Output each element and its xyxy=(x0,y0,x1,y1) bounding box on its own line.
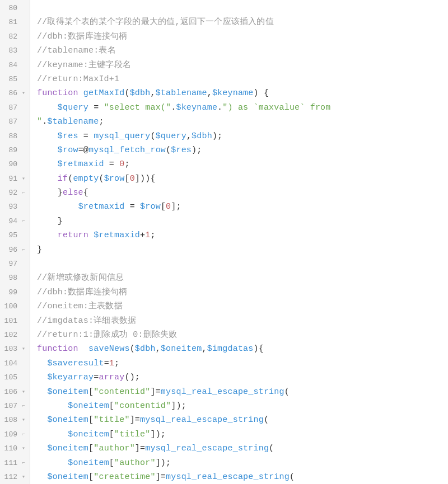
code-line[interactable]: if(empty($row[0])){ xyxy=(37,172,448,186)
token-plain xyxy=(37,359,47,368)
token-bkt: [ xyxy=(124,174,129,184)
gutter-line: 86▾ xyxy=(0,86,30,100)
code-line[interactable]: //oneitem:主表数据 xyxy=(37,299,448,313)
fold-open-icon[interactable]: ▾ xyxy=(20,342,27,356)
token-plain xyxy=(78,88,83,98)
token-cmt: //dbh:数据库连接句柄 xyxy=(37,32,128,41)
token-var: $keyname xyxy=(176,103,217,112)
line-number: 83 xyxy=(2,44,17,58)
fold-close-icon[interactable]: ⌐ xyxy=(20,186,27,200)
code-line[interactable]: $oneitem["contentid"]); xyxy=(37,399,448,413)
token-str: " xyxy=(37,117,42,126)
line-number: 84 xyxy=(2,58,17,72)
line-number: 96 xyxy=(2,243,17,257)
fold-close-icon[interactable]: ⌐ xyxy=(20,399,27,413)
code-line[interactable]: $keyarray=array(); xyxy=(37,370,448,384)
fold-open-icon[interactable]: ▾ xyxy=(20,413,27,427)
fold-close-icon[interactable]: ⌐ xyxy=(20,214,27,228)
token-cmt: //imgdatas:详细表数据 xyxy=(37,316,136,326)
code-line[interactable]: $oneitem["contentid"]=mysql_real_escape_… xyxy=(37,385,448,399)
code-line[interactable]: //return:MaxId+1 xyxy=(37,72,448,86)
fold-open-icon[interactable]: ▾ xyxy=(20,86,27,100)
code-line[interactable]: $oneitem["title"]); xyxy=(37,427,448,441)
token-var: $query xyxy=(58,103,88,112)
code-line[interactable]: //新增或修改新闻信息 xyxy=(37,271,448,285)
token-punc: ( xyxy=(290,472,295,482)
fold-close-icon[interactable]: ⌐ xyxy=(20,243,27,257)
line-number: 107 xyxy=(2,399,17,413)
code-line[interactable]: //keyname:主键字段名 xyxy=(37,58,448,72)
fold-open-icon[interactable]: ▾ xyxy=(20,441,27,455)
token-fn: mysql_fetch_row xyxy=(88,145,166,155)
token-fn: mysql_query xyxy=(94,131,150,141)
code-line[interactable]: $res = mysql_query($query,$dbh); xyxy=(37,129,448,143)
token-fn: getMaxId xyxy=(83,88,125,98)
token-var: $query xyxy=(156,131,186,141)
code-line[interactable]: } xyxy=(37,243,448,257)
token-num: 1 xyxy=(109,359,114,368)
token-punc: , xyxy=(186,131,192,141)
token-punc: { xyxy=(83,188,88,198)
code-line[interactable]: //dbh:数据库连接句柄 xyxy=(37,285,448,299)
token-punc: } xyxy=(37,188,63,198)
token-cmt: //tablename:表名 xyxy=(37,46,116,55)
code-line[interactable]: } xyxy=(37,214,448,228)
code-line[interactable]: function getMaxId($dbh,$tablename,$keyna… xyxy=(37,86,448,100)
token-punc: ) { xyxy=(254,88,269,98)
code-line[interactable]: //dbh:数据库连接句柄 xyxy=(37,30,448,44)
token-str: "createtime" xyxy=(94,472,155,482)
code-line[interactable]: $retmaxid = 0; xyxy=(37,157,448,171)
code-line[interactable]: $row=@mysql_fetch_row($res); xyxy=(37,143,448,157)
token-punc: (); xyxy=(124,373,140,382)
code-line[interactable]: //取得某个表的某个字段的最大的值,返回下一个应该插入的值 xyxy=(37,15,448,29)
token-cmt: //return:1:删除成功 0:删除失败 xyxy=(37,330,177,340)
code-line[interactable]: $retmaxid = $row[0]; xyxy=(37,200,448,214)
fold-close-icon[interactable]: ⌐ xyxy=(20,456,27,470)
token-op: =@ xyxy=(78,145,88,155)
fold-open-icon[interactable]: ▾ xyxy=(20,470,27,484)
token-plain xyxy=(37,387,47,397)
token-var: $keyname xyxy=(212,88,254,98)
token-punc: ( xyxy=(150,131,155,141)
code-line[interactable]: //return:1:删除成功 0:删除失败 xyxy=(37,328,448,342)
fold-open-icon[interactable]: ▾ xyxy=(20,172,27,186)
code-line[interactable]: $saveresult=1; xyxy=(37,356,448,370)
token-cmt: //取得某个表的某个字段的最大的值,返回下一个应该插入的值 xyxy=(37,17,274,27)
line-number: 87 xyxy=(2,115,17,129)
line-number: 104 xyxy=(2,356,17,370)
fold-close-icon[interactable]: ⌐ xyxy=(20,427,27,441)
fold-open-icon[interactable]: ▾ xyxy=(20,385,27,399)
token-punc: ]); xyxy=(156,458,171,468)
gutter-line: 100 xyxy=(0,299,30,313)
code-line[interactable]: }else{ xyxy=(37,186,448,200)
token-punc: } xyxy=(37,245,42,255)
code-line[interactable]: $oneitem["author"]); xyxy=(37,456,448,470)
code-line[interactable]: function saveNews($dbh,$oneitem,$imgdata… xyxy=(37,342,448,356)
token-var: $tablename xyxy=(47,117,99,126)
code-line[interactable]: return $retmaxid+1; xyxy=(37,228,448,242)
code-line[interactable]: ".$tablename; xyxy=(37,115,448,129)
code-editor-content[interactable]: //取得某个表的某个字段的最大的值,返回下一个应该插入的值//dbh:数据库连接… xyxy=(30,0,448,484)
line-number: 87 xyxy=(2,101,17,115)
token-plain xyxy=(37,103,58,112)
code-line[interactable]: //tablename:表名 xyxy=(37,44,448,58)
token-punc: , xyxy=(207,88,212,98)
token-punc: ]); xyxy=(150,430,166,439)
code-line[interactable]: $oneitem["createtime"]=mysql_real_escape… xyxy=(37,470,448,484)
token-var: $oneitem xyxy=(47,387,88,397)
token-punc: , xyxy=(150,88,155,98)
code-line[interactable]: $query = "select max(".$keyname.") as `m… xyxy=(37,101,448,115)
token-str: "author" xyxy=(94,444,135,453)
code-line[interactable]: $oneitem["author"]=mysql_real_escape_str… xyxy=(37,441,448,455)
gutter-line: 104 xyxy=(0,356,30,370)
token-punc: ){ xyxy=(254,344,264,354)
token-var: $oneitem xyxy=(47,472,88,482)
code-line[interactable]: //imgdatas:详细表数据 xyxy=(37,314,448,328)
line-number: 103 xyxy=(2,342,17,356)
gutter-line: 97 xyxy=(0,257,30,271)
token-var: $dbh xyxy=(130,88,151,98)
code-line[interactable]: $oneitem["title"]=mysql_real_escape_stri… xyxy=(37,413,448,427)
code-line[interactable] xyxy=(37,1,448,15)
gutter-line: 81 xyxy=(0,15,30,29)
code-line[interactable] xyxy=(37,257,448,271)
